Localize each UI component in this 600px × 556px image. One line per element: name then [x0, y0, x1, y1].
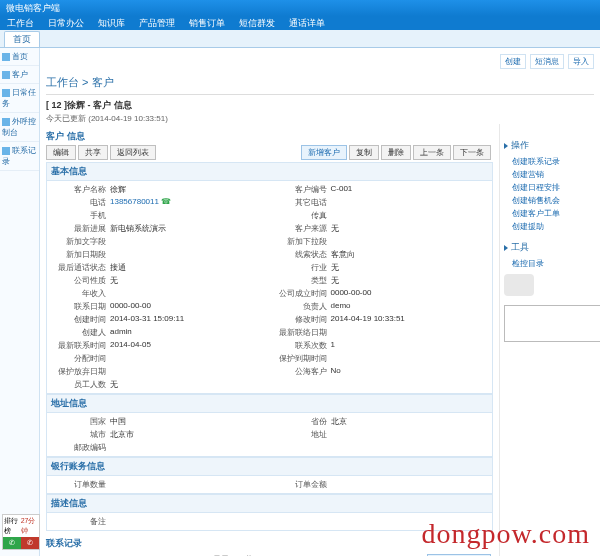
sec-basic: 基本信息 [46, 162, 493, 180]
contact-icon [2, 147, 10, 155]
phone-icon[interactable]: ✆ [3, 537, 21, 549]
sidebar-customer[interactable]: 客户 [0, 66, 39, 84]
btn-delete[interactable]: 删除 [381, 145, 411, 160]
record-header: [ 12 ]徐辉 - 客户 信息 [46, 95, 594, 113]
cloud-icon [504, 274, 534, 296]
bank-left-label: 订单数量 [51, 479, 106, 490]
menu-3[interactable]: 产品管理 [132, 16, 182, 30]
btn-create[interactable]: 创建 [500, 54, 526, 69]
op-0[interactable]: 创建联系记录 [504, 155, 590, 168]
btn-edit[interactable]: 编辑 [46, 145, 76, 160]
menu-2[interactable]: 知识库 [91, 16, 132, 30]
sec-desc: 描述信息 [46, 494, 493, 512]
op-4[interactable]: 创建客户工单 [504, 207, 590, 220]
btn-new-customer[interactable]: 新增客户 [301, 145, 347, 160]
breadcrumb: 工作台 > 客户 [46, 73, 594, 95]
hangup-icon[interactable]: ✆ [21, 537, 39, 549]
sec-contact: 联系记录 [46, 537, 493, 550]
tool-0[interactable]: 检控目录 [504, 257, 590, 270]
btn-prev[interactable]: 上一条 [413, 145, 451, 160]
phone-link[interactable]: 13856780011 [110, 197, 159, 206]
search-input[interactable] [504, 305, 600, 342]
sec-bank: 银行账务信息 [46, 457, 493, 475]
btn-share[interactable]: 共享 [78, 145, 108, 160]
record-time: 今天已更新 (2014-04-19 10:33:51) [46, 113, 594, 124]
op-1[interactable]: 创建营销 [504, 168, 590, 181]
menu-4[interactable]: 销售订单 [182, 16, 232, 30]
chevron-right-icon [504, 143, 508, 149]
chevron-right-icon [504, 245, 508, 251]
menu-6[interactable]: 通话详单 [282, 16, 332, 30]
menu-1[interactable]: 日常办公 [41, 16, 91, 30]
btn-back[interactable]: 返回列表 [110, 145, 156, 160]
rank-widget[interactable]: 排行榜27分钟 ✆✆ [2, 514, 40, 550]
tab-home[interactable]: 首页 [4, 31, 40, 47]
sidebar: 首页 客户 日常任务 外呼控制台 联系记录 [0, 48, 40, 556]
desc-label: 备注 [51, 516, 106, 527]
menu-5[interactable]: 短信群发 [232, 16, 282, 30]
panel-title: 客户 信息 [46, 130, 493, 143]
menubar: 工作台 日常办公 知识库 产品管理 销售订单 短信群发 通话详单 [0, 16, 600, 30]
tools-title: 工具 [511, 241, 529, 254]
tabbar: 首页 [0, 30, 600, 48]
btn-copy[interactable]: 复制 [349, 145, 379, 160]
sidebar-dial[interactable]: 外呼控制台 [0, 113, 39, 142]
home-icon [2, 53, 10, 61]
sidebar-home[interactable]: 首页 [0, 48, 39, 66]
op-3[interactable]: 创建销售机会 [504, 194, 590, 207]
btn-sms[interactable]: 短消息 [530, 54, 564, 69]
phone-icon[interactable]: ☎ [159, 197, 171, 206]
sidebar-contact[interactable]: 联系记录 [0, 142, 39, 171]
btn-import[interactable]: 导入 [568, 54, 594, 69]
bank-right-label: 订单金额 [272, 479, 327, 490]
op-5[interactable]: 创建援助 [504, 220, 590, 233]
ops-title: 操作 [511, 139, 529, 152]
menu-0[interactable]: 工作台 [0, 16, 41, 30]
task-icon [2, 89, 10, 97]
btn-next[interactable]: 下一条 [453, 145, 491, 160]
user-icon [2, 71, 10, 79]
app-title: 微电销客户端 [6, 3, 60, 13]
sec-addr: 地址信息 [46, 394, 493, 412]
sidebar-task[interactable]: 日常任务 [0, 84, 39, 113]
op-2[interactable]: 创建日程安排 [504, 181, 590, 194]
dial-icon [2, 118, 10, 126]
